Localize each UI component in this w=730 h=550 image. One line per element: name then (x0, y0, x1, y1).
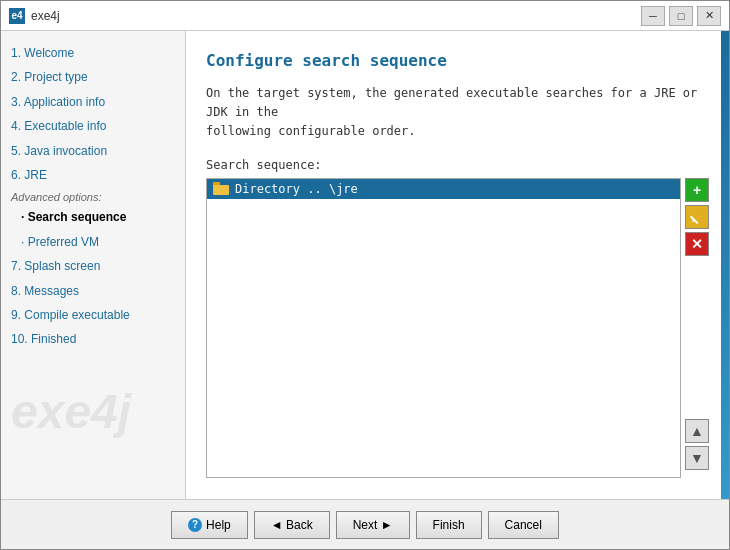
remove-sequence-button[interactable]: ✕ (685, 232, 709, 256)
maximize-button[interactable]: □ (669, 6, 693, 26)
main-window: e4 exe4j ─ □ ✕ 1. Welcome 2. Project typ… (0, 0, 730, 550)
description-line2: following configurable order. (206, 124, 416, 138)
app-icon: e4 (9, 8, 25, 24)
folder-icon (213, 182, 229, 195)
cancel-button[interactable]: Cancel (488, 511, 559, 539)
close-button[interactable]: ✕ (697, 6, 721, 26)
scroll-down-button[interactable]: ▼ (685, 446, 709, 470)
edit-icon (690, 210, 704, 224)
minimize-button[interactable]: ─ (641, 6, 665, 26)
sequence-list[interactable]: Directory .. \jre (206, 178, 681, 478)
svg-rect-0 (690, 215, 698, 223)
content-area: 1. Welcome 2. Project type 3. Applicatio… (1, 31, 729, 499)
help-button[interactable]: ? Help (171, 511, 248, 539)
scroll-up-button[interactable]: ▲ (685, 419, 709, 443)
sidebar-item-compile-executable[interactable]: 9. Compile executable (1, 303, 185, 327)
sidebar: 1. Welcome 2. Project type 3. Applicatio… (1, 31, 186, 499)
sequence-action-buttons: + ✕ ▲ ▼ (685, 178, 709, 478)
sequence-item-text: Directory .. \jre (235, 182, 358, 196)
sidebar-item-preferred-vm[interactable]: · Preferred VM (1, 230, 185, 254)
sidebar-item-project-type[interactable]: 2. Project type (1, 65, 185, 89)
add-sequence-button[interactable]: + (685, 178, 709, 202)
sequence-label: Search sequence: (206, 158, 709, 172)
description: On the target system, the generated exec… (206, 84, 709, 142)
sequence-row[interactable]: Directory .. \jre (207, 179, 680, 199)
footer: ? Help ◄ Back Next ► Finish Cancel (1, 499, 729, 549)
window-title: exe4j (31, 9, 635, 23)
sidebar-item-jre[interactable]: 6. JRE (1, 163, 185, 187)
sidebar-item-messages[interactable]: 8. Messages (1, 279, 185, 303)
titlebar: e4 exe4j ─ □ ✕ (1, 1, 729, 31)
sequence-area: Directory .. \jre + ✕ ▲ ▼ (206, 178, 709, 478)
main-panel: Configure search sequence On the target … (186, 31, 729, 499)
advanced-options-label: Advanced options: (1, 187, 185, 205)
window-controls: ─ □ ✕ (641, 6, 721, 26)
back-button[interactable]: ◄ Back (254, 511, 330, 539)
sidebar-item-splash-screen[interactable]: 7. Splash screen (1, 254, 185, 278)
help-icon: ? (188, 518, 202, 532)
next-button[interactable]: Next ► (336, 511, 410, 539)
sidebar-item-finished[interactable]: 10. Finished (1, 327, 185, 351)
sidebar-item-executable-info[interactable]: 4. Executable info (1, 114, 185, 138)
sidebar-item-welcome[interactable]: 1. Welcome (1, 41, 185, 65)
edit-sequence-button[interactable] (685, 205, 709, 229)
sidebar-item-application-info[interactable]: 3. Application info (1, 90, 185, 114)
finish-button[interactable]: Finish (416, 511, 482, 539)
page-title: Configure search sequence (206, 51, 709, 70)
watermark: exe4j (11, 384, 131, 439)
sidebar-item-java-invocation[interactable]: 5. Java invocation (1, 139, 185, 163)
side-accent (721, 31, 729, 499)
sidebar-item-search-sequence[interactable]: · Search sequence (1, 205, 185, 229)
description-line1: On the target system, the generated exec… (206, 86, 697, 119)
